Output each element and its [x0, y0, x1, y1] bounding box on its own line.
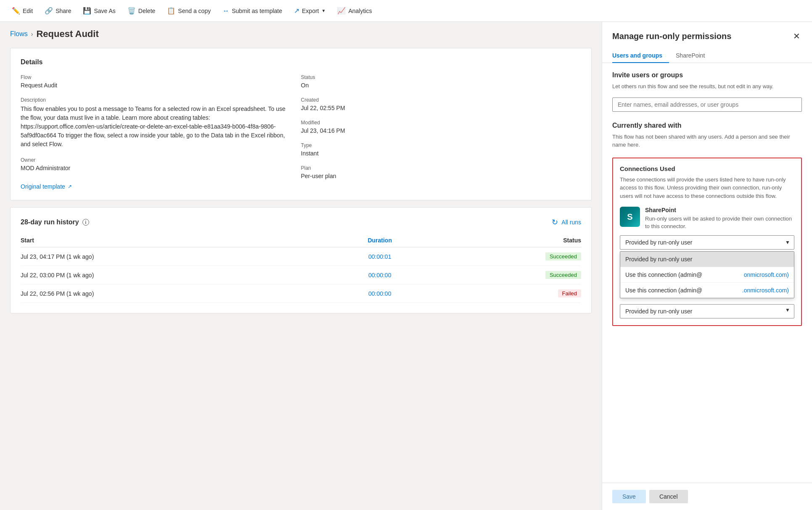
- currently-shared-section: Currently shared with This flow has not …: [612, 122, 802, 149]
- panel-tabs: Users and groups SharePoint: [602, 49, 812, 63]
- cell-duration: 00:00:01: [329, 247, 431, 266]
- status-value: On: [301, 82, 582, 89]
- panel-header: Manage run-only permissions ✕: [602, 22, 812, 42]
- dropdown-option-admin2-domain: .onmicrosoft.com): [742, 287, 789, 294]
- connections-title: Connections Used: [620, 165, 794, 172]
- share-button[interactable]: 🔗 Share: [40, 4, 76, 17]
- dropdown-option-admin2[interactable]: Use this connection (admin@ .onmicrosoft…: [620, 282, 794, 298]
- analytics-icon: 📈: [337, 7, 346, 15]
- col-duration: Duration: [329, 234, 431, 247]
- dropdown-open-menu: Provided by run-only user Use this conne…: [620, 251, 794, 298]
- status-badge: Failed: [558, 289, 581, 297]
- tab-users-groups[interactable]: Users and groups: [612, 49, 669, 63]
- panel-content: Invite users or groups Let others run th…: [602, 63, 812, 483]
- col-start: Start: [21, 234, 329, 247]
- modified-value: Jul 23, 04:16 PM: [301, 127, 582, 134]
- cancel-button[interactable]: Cancel: [649, 490, 688, 503]
- history-title-text: 28-day run history: [21, 218, 79, 226]
- refresh-button[interactable]: ↻: [552, 218, 558, 227]
- export-label: Export: [302, 8, 319, 14]
- invite-input[interactable]: [612, 97, 802, 112]
- dropdown-option-admin1[interactable]: Use this connection (admin@ onmicrosoft.…: [620, 267, 794, 282]
- sharepoint-icon: S: [620, 207, 640, 227]
- connection-name: SharePoint: [645, 207, 794, 213]
- owner-label: Owner: [21, 157, 288, 163]
- dropdown-option-provided[interactable]: Provided by run-only user: [620, 252, 794, 267]
- panel-title: Manage run-only permissions: [612, 32, 731, 41]
- share-label: Share: [56, 8, 71, 14]
- dropdown-option-admin1-prefix: Use this connection (admin@: [625, 271, 702, 278]
- description-value: This flow enables you to post a message …: [21, 105, 288, 149]
- details-grid: Flow Request Audit Description This flow…: [21, 74, 581, 190]
- original-template-link[interactable]: Original template ↗: [21, 183, 72, 190]
- tab-sharepoint[interactable]: SharePoint: [676, 49, 711, 63]
- history-title: 28-day run history i: [21, 218, 89, 226]
- cell-status: Failed: [431, 284, 581, 303]
- details-title: Details: [21, 58, 581, 66]
- close-button[interactable]: ✕: [791, 30, 802, 42]
- invite-heading: Invite users or groups: [612, 71, 802, 79]
- history-header: 28-day run history i ↻ All runs: [21, 218, 581, 227]
- details-right: Status On Created Jul 22, 02:55 PM Modif…: [301, 74, 582, 190]
- submit-template-icon: ↔: [222, 7, 229, 15]
- type-value: Instant: [301, 150, 582, 157]
- connection-second-dropdown[interactable]: Provided by run-only user Use this conne…: [620, 304, 794, 318]
- created-value: Jul 22, 02:55 PM: [301, 105, 582, 111]
- connections-description: These connections will provide the users…: [620, 176, 794, 200]
- save-as-button[interactable]: 💾 Save As: [78, 4, 120, 17]
- delete-button[interactable]: 🗑️ Delete: [122, 4, 160, 17]
- edit-label: Edit: [23, 8, 33, 14]
- flow-value: Request Audit: [21, 82, 288, 89]
- run-table: Start Duration Status Jul 23, 04:17 PM (…: [21, 234, 581, 303]
- left-panel: Flows › Request Audit Details Flow Reque…: [0, 22, 602, 510]
- owner-value: MOD Administrator: [21, 165, 288, 171]
- connection-note: Run-only users will be asked to provide …: [645, 215, 794, 230]
- toolbar: ✏️ Edit 🔗 Share 💾 Save As 🗑️ Delete 📋 Se…: [0, 0, 812, 22]
- table-header-row: Start Duration Status: [21, 234, 581, 247]
- description-label: Description: [21, 97, 288, 103]
- submit-template-button[interactable]: ↔ Submit as template: [217, 5, 287, 17]
- breadcrumb-separator: ›: [31, 31, 33, 37]
- cell-status: Succeeded: [431, 247, 581, 266]
- breadcrumb: Flows › Request Audit: [10, 29, 592, 39]
- status-section: Status On: [301, 74, 582, 89]
- currently-shared-desc: This flow has not been shared with any u…: [612, 133, 802, 149]
- export-icon: ↗: [294, 7, 299, 15]
- created-label: Created: [301, 97, 582, 103]
- invite-description: Let others run this flow and see the res…: [612, 82, 802, 91]
- details-left: Flow Request Audit Description This flow…: [21, 74, 301, 190]
- send-copy-label: Send a copy: [178, 8, 211, 14]
- status-badge: Succeeded: [545, 252, 581, 260]
- analytics-button[interactable]: 📈 Analytics: [332, 4, 377, 17]
- save-button[interactable]: Save: [612, 490, 646, 503]
- external-link-icon: ↗: [68, 184, 72, 189]
- send-copy-button[interactable]: 📋 Send a copy: [162, 4, 216, 17]
- flows-link[interactable]: Flows: [10, 30, 28, 38]
- export-button[interactable]: ↗ Export ▼: [289, 4, 331, 17]
- currently-shared-heading: Currently shared with: [612, 122, 802, 129]
- history-actions: ↻ All runs: [552, 218, 581, 227]
- col-status: Status: [431, 234, 581, 247]
- original-template-text: Original template: [21, 183, 65, 190]
- connection-dropdown[interactable]: Provided by run-only user Use this conne…: [620, 235, 794, 250]
- details-card: Details Flow Request Audit Description T…: [10, 48, 592, 200]
- modified-label: Modified: [301, 120, 582, 126]
- all-runs-link[interactable]: All runs: [561, 219, 581, 226]
- flow-name-heading: Request Audit: [36, 29, 98, 39]
- panel-footer: Save Cancel: [602, 483, 812, 510]
- edit-button[interactable]: ✏️ Edit: [7, 4, 38, 17]
- info-icon[interactable]: i: [82, 219, 89, 226]
- export-chevron-icon: ▼: [321, 8, 325, 13]
- cell-start: Jul 22, 02:56 PM (1 wk ago): [21, 284, 329, 303]
- delete-icon: 🗑️: [127, 7, 136, 15]
- type-label: Type: [301, 142, 582, 148]
- modified-section: Modified Jul 23, 04:16 PM: [301, 120, 582, 134]
- submit-template-label: Submit as template: [232, 8, 282, 14]
- share-icon: 🔗: [45, 7, 53, 15]
- connection-second-dropdown-wrapper: Provided by run-only user Use this conne…: [620, 302, 794, 318]
- cell-duration: 00:00:00: [329, 284, 431, 303]
- dropdown-option-admin2-prefix: Use this connection (admin@: [625, 287, 702, 294]
- connection-item: S SharePoint Run-only users will be aske…: [620, 207, 794, 230]
- dropdown-option-admin1-domain: onmicrosoft.com): [744, 271, 789, 278]
- plan-label: Plan: [301, 165, 582, 171]
